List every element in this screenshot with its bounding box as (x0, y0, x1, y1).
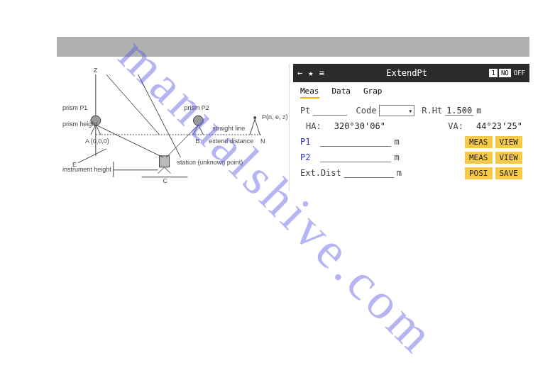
extendpt-app: ← ★ ≡ ExtendPt 1 NO OFF Meas Data Grap P… (293, 64, 529, 184)
header-bar (57, 37, 529, 57)
svg-line-18 (106, 74, 160, 135)
point-c-label: C (163, 177, 168, 184)
save-button[interactable]: SAVE (495, 167, 523, 179)
va-value: 44°23'25" (476, 121, 522, 131)
prism-p1-label: prism P1 (62, 104, 87, 111)
point-n-label: N (260, 138, 265, 145)
point-p-label: P(n, e, z) (262, 113, 287, 121)
p2-unit: m (394, 152, 399, 162)
ext-input[interactable] (344, 168, 394, 178)
star-icon[interactable]: ★ (308, 68, 313, 78)
instrument-height-label: instrument height (62, 166, 111, 173)
rht-label: R.Ht (422, 106, 442, 116)
station-label: station (unknown point) (177, 159, 243, 166)
p1-link[interactable]: P1 (300, 137, 310, 147)
page-badge: 1 (489, 69, 497, 77)
back-icon[interactable]: ← (297, 68, 302, 78)
view-button-p1[interactable]: VIEW (495, 136, 523, 148)
svg-rect-12 (160, 156, 170, 167)
ext-label: Ext.Dist (300, 168, 341, 178)
svg-point-6 (193, 116, 203, 125)
rht-unit: m (476, 106, 481, 116)
p1-input[interactable] (320, 137, 391, 147)
axis-z-label: Z (94, 67, 98, 74)
no-badge[interactable]: NO (499, 69, 511, 77)
tab-meas[interactable]: Meas (300, 86, 319, 99)
svg-line-9 (250, 119, 255, 135)
tab-grap[interactable]: Grap (363, 86, 383, 99)
p2-link[interactable]: P2 (300, 152, 310, 162)
point-b-label: B (195, 138, 199, 145)
posi-button[interactable]: POSI (465, 167, 493, 179)
p2-input[interactable] (320, 152, 391, 162)
meas-button-p2[interactable]: MEAS (465, 152, 493, 164)
rht-input[interactable]: 1.500 (445, 106, 473, 116)
svg-line-14 (165, 167, 171, 174)
svg-line-1 (78, 149, 106, 163)
tab-data[interactable]: Data (332, 86, 351, 99)
svg-line-16 (167, 125, 199, 157)
svg-line-17 (138, 74, 181, 157)
ha-value: 320°30'06" (334, 121, 385, 131)
svg-line-13 (158, 167, 165, 174)
tab-bar: Meas Data Grap (293, 82, 529, 101)
pt-input[interactable] (313, 106, 347, 116)
svg-line-7 (193, 125, 198, 135)
svg-line-10 (255, 119, 260, 135)
code-label: Code (356, 106, 376, 116)
extend-distance-label: extend distance (209, 138, 253, 145)
pt-label: Pt (300, 106, 310, 116)
survey-diagram: Z E prism P1 prism height A (0,0,0) pris… (57, 64, 290, 191)
code-dropdown[interactable]: ▾ (379, 105, 414, 116)
view-button-p2[interactable]: VIEW (495, 152, 523, 164)
p1-unit: m (394, 137, 399, 147)
app-title: ExtendPt (324, 68, 490, 78)
straight-line-label: straight line (212, 125, 245, 132)
svg-line-8 (198, 125, 203, 135)
point-a-label: A (0,0,0) (85, 138, 109, 145)
prism-p2-label: prism P2 (184, 104, 209, 111)
ha-label: HA: (306, 121, 322, 131)
titlebar: ← ★ ≡ ExtendPt 1 NO OFF (293, 64, 529, 82)
database-icon[interactable]: ≡ (319, 68, 324, 78)
prism-height-label: prism height (62, 121, 97, 128)
off-label[interactable]: OFF (512, 69, 525, 77)
ext-unit: m (397, 168, 402, 178)
va-label: VA: (448, 121, 463, 131)
svg-point-11 (253, 116, 256, 119)
meas-button-p1[interactable]: MEAS (465, 136, 493, 148)
